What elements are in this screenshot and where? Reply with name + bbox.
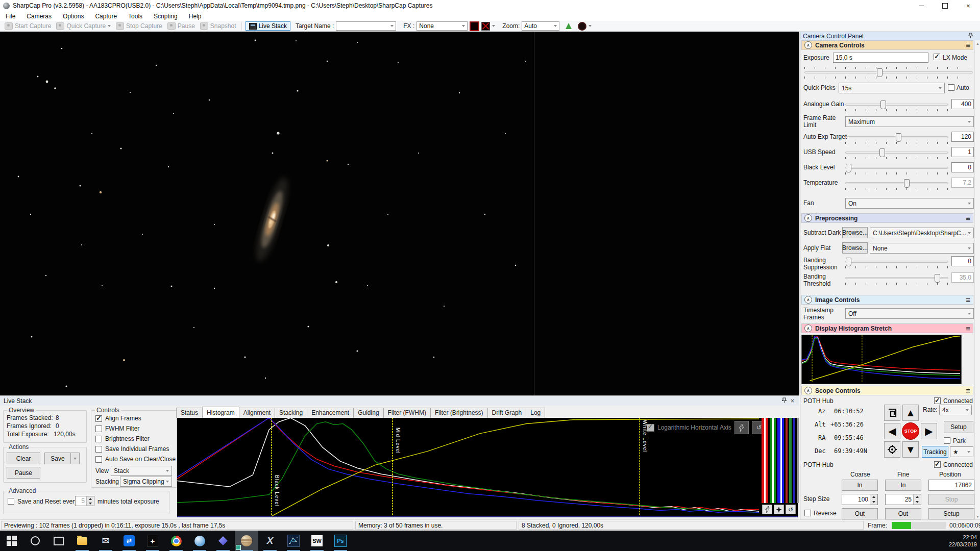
close-button[interactable]: × — [957, 0, 980, 11]
notepad-plus-button[interactable]: + — [141, 531, 164, 551]
task-view-button[interactable] — [47, 531, 70, 551]
lx-mode-checkbox[interactable] — [934, 54, 940, 60]
stretch-histogram[interactable] — [801, 335, 962, 384]
slew-up-button[interactable]: ▲ — [902, 405, 919, 421]
pause-stack-button[interactable]: Pause — [7, 467, 40, 479]
save-dropdown-button[interactable] — [70, 453, 80, 464]
section-scope-controls[interactable]: ∧ Scope Controls ≡ — [801, 386, 973, 395]
pin-icon[interactable] — [968, 33, 973, 39]
live-stack-button[interactable]: Live Stack — [246, 21, 290, 31]
banding-suppression-slider[interactable] — [845, 261, 948, 263]
tab-status[interactable]: Status — [176, 408, 203, 418]
section-menu-icon[interactable]: ≡ — [966, 214, 970, 222]
focuser-connected-checkbox[interactable] — [934, 461, 941, 468]
section-camera-controls[interactable]: ∧ Camera Controls ≡ — [801, 40, 973, 50]
subtract-dark-browse-button[interactable]: Browse... — [842, 227, 868, 238]
sky-chart-button[interactable] — [282, 531, 305, 551]
section-preprocessing[interactable]: ∧ Preprocessing ≡ — [801, 213, 973, 223]
auto-levels-button[interactable] — [762, 505, 772, 514]
park-checkbox[interactable] — [944, 437, 950, 444]
tab-alignment[interactable]: Alignment — [239, 408, 275, 418]
tracking-button[interactable]: Tracking — [922, 446, 948, 458]
mount-setup-button[interactable]: Setup — [944, 421, 973, 433]
taskbar-clock[interactable]: 22:04 22/03/2019 — [949, 531, 977, 551]
auto-exp-target-slider[interactable] — [845, 136, 948, 138]
reticle-tool-icon[interactable] — [578, 22, 586, 31]
snapshot-button[interactable]: Snapshot — [199, 22, 238, 30]
blue-level-bar[interactable] — [777, 418, 784, 503]
tab-enhancement[interactable]: Enhancement — [307, 408, 354, 418]
browser-orb-button[interactable] — [188, 531, 211, 551]
stack-option-align-frames[interactable]: Align Frames — [95, 415, 141, 422]
exposure-input[interactable]: 15,0 s — [833, 53, 928, 63]
focuser-setup-button[interactable]: Setup — [928, 508, 974, 519]
menu-file[interactable]: File — [0, 12, 21, 21]
red-level-bar[interactable] — [762, 418, 768, 503]
reticle-dropdown-icon[interactable] — [589, 25, 592, 27]
sharpcap-taskbar-button[interactable] — [235, 531, 258, 551]
exposure-slider-thumb[interactable] — [877, 68, 883, 77]
menu-cameras[interactable]: Cameras — [21, 12, 57, 21]
slew-stop-button[interactable]: STOP — [902, 422, 919, 440]
pause-button[interactable]: Pause — [166, 22, 197, 30]
tab-log[interactable]: Log — [526, 408, 545, 418]
quick-picks-combo[interactable]: 15s — [839, 83, 945, 93]
pin-icon[interactable] — [782, 397, 787, 404]
auto-exp-target-value[interactable]: 120 — [951, 132, 974, 142]
menu-scripting[interactable]: Scripting — [148, 12, 183, 21]
tab-guiding[interactable]: Guiding — [353, 408, 383, 418]
panel-scrollbar[interactable]: ▲ ▼ — [974, 40, 980, 519]
section-image-controls[interactable]: ∧ Image Controls ≡ — [801, 295, 973, 305]
log-axis-checkbox[interactable] — [647, 424, 654, 432]
section-menu-icon[interactable]: ≡ — [966, 324, 970, 333]
section-menu-icon[interactable]: ≡ — [966, 295, 970, 304]
reverse-checkbox[interactable] — [804, 510, 811, 516]
photoshop-button[interactable]: Ps — [329, 531, 352, 551]
focuser-position-field[interactable]: 17862 — [928, 480, 974, 491]
search-button[interactable] — [23, 531, 47, 551]
auto-exposure-checkbox[interactable] — [948, 84, 954, 91]
menu-capture[interactable]: Capture — [89, 12, 122, 21]
usb-speed-value[interactable]: 1 — [951, 147, 974, 157]
save-reset-checkbox[interactable] — [8, 498, 14, 505]
tab-stacking[interactable]: Stacking — [275, 408, 307, 418]
save-button[interactable]: Save — [44, 453, 71, 464]
start-capture-button[interactable]: Start Capture — [3, 22, 53, 30]
scroll-up-icon[interactable]: ▲ — [975, 40, 980, 46]
slew-left-button[interactable]: ◀ — [884, 423, 900, 439]
save-reset-interval-spinner[interactable]: 5 — [75, 496, 94, 506]
zoom-combo[interactable]: Auto — [522, 21, 559, 31]
teamviewer-button[interactable]: ⇄ — [117, 531, 141, 551]
reset-levels-button[interactable]: ↺ — [786, 505, 796, 514]
menu-tools[interactable]: Tools — [122, 12, 148, 21]
tracking-rate-combo[interactable]: ★ — [950, 446, 973, 457]
quick-capture-button[interactable]: Quick Capture — [55, 22, 112, 30]
stop-capture-button[interactable]: Stop Capture — [114, 22, 164, 30]
stack-option-auto-save-on-clear-close[interactable]: Auto Save on Clear/Close — [95, 456, 176, 463]
apply-flat-browse-button[interactable]: Browse... — [842, 242, 868, 254]
image-viewport[interactable] — [0, 32, 799, 395]
fan-combo[interactable]: On — [845, 198, 974, 209]
spiral-search-button[interactable] — [884, 405, 900, 421]
star-levels-button[interactable] — [774, 505, 784, 514]
clear-button[interactable]: Clear — [7, 453, 40, 464]
gem-app-button[interactable] — [211, 531, 235, 551]
black-level-value[interactable]: 0 — [951, 162, 974, 172]
slew-right-button[interactable]: ▶ — [921, 423, 937, 439]
goto-target-button[interactable] — [884, 441, 900, 458]
menu-help[interactable]: Help — [183, 12, 207, 21]
stack-option-fwhm-filter[interactable]: FWHM Filter — [95, 425, 139, 432]
subtract-dark-combo[interactable]: C:\Users\Steph\Desktop\SharpC... — [870, 228, 974, 238]
file-explorer-button[interactable] — [70, 531, 94, 551]
apply-flat-combo[interactable]: None — [870, 243, 974, 254]
maximize-button[interactable] — [933, 0, 957, 11]
fx-clear-swatch-icon[interactable] — [481, 22, 490, 31]
frame-rate-limit-combo[interactable]: Maximum — [845, 116, 974, 127]
slew-down-button[interactable]: ▼ — [902, 441, 919, 458]
target-name-combo[interactable] — [336, 21, 396, 31]
x-app-button[interactable]: X — [258, 531, 282, 551]
stack-option-brightness-filter[interactable]: Brightness Filter — [95, 435, 150, 442]
analogue-gain-value[interactable]: 400 — [951, 99, 974, 109]
auto-stretch-histogram-button[interactable] — [734, 421, 749, 434]
close-icon[interactable]: × — [791, 397, 794, 405]
